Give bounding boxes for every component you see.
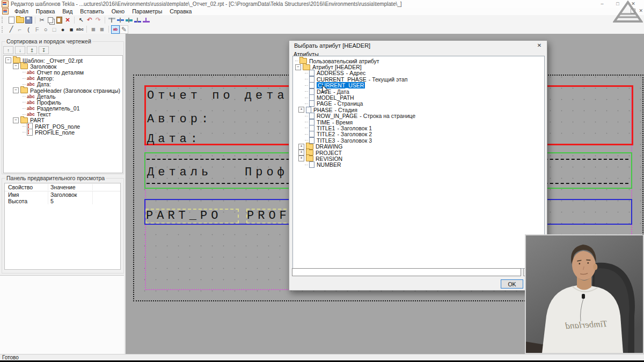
tree-item-time[interactable]: TIME - Время (293, 119, 544, 125)
tree-item-address[interactable]: ADDRESS - Адрес (293, 70, 544, 76)
menu-file[interactable]: Файл (11, 8, 32, 14)
tree-item-phase[interactable]: PHASE - Стадия (293, 107, 544, 113)
tree-item-drawing[interactable]: DRAWING (293, 143, 544, 149)
tree-item-project[interactable]: PROJECT (293, 150, 544, 156)
expand-toggle[interactable] (13, 87, 19, 93)
rectangle-tool-button[interactable]: □ (50, 25, 58, 33)
status-bar: Готово (0, 354, 644, 360)
tree-item-current-phase[interactable]: CURRENT_PHASE - Текущий этап (293, 76, 544, 82)
tree-item-author[interactable]: Автор: (4, 76, 122, 82)
canvas-profile-label[interactable]: Проф (245, 166, 288, 179)
move-bottom-button[interactable]: ↧ (39, 46, 49, 54)
tree-item-title2[interactable]: TITLE2 - Заголовок 2 (293, 131, 544, 137)
table-row[interactable]: Высота 5 (5, 198, 120, 204)
tree-item-title3[interactable]: TITLE3 - Заголовок 3 (293, 137, 544, 143)
toolbar-grip[interactable] (2, 26, 5, 33)
save-button[interactable] (24, 16, 33, 24)
cut-button[interactable]: ✂ (38, 16, 46, 24)
column-header-property[interactable]: Свойство (5, 184, 48, 190)
menu-view[interactable]: Вид (58, 8, 76, 14)
circle-tool-button[interactable]: ○ (41, 25, 50, 33)
redo-button[interactable]: ↷ (94, 16, 103, 24)
ok-button[interactable]: OK (501, 279, 523, 289)
select-tool-button[interactable]: ↖ (77, 16, 85, 24)
tree-item-date-attr[interactable]: DATE - Дата (293, 88, 544, 94)
rectangle-icon: □ (53, 26, 56, 33)
tree-item-profile[interactable]: Профиль (4, 99, 122, 105)
toolbar-grip[interactable] (2, 17, 5, 23)
canvas-part-field[interactable]: PART_PO (146, 210, 222, 223)
canvas-author-label[interactable]: Автор: (147, 113, 212, 126)
undo-button[interactable]: ↶ (85, 16, 94, 24)
dialog-title-bar[interactable]: Выбрать атрибут [HEADER] (289, 41, 552, 50)
align-bottom-button[interactable] (133, 16, 142, 24)
tree-item-profile-field[interactable]: PROFILE_поле (4, 129, 122, 135)
line-tool-button[interactable]: ╱ (7, 25, 16, 33)
tree-item-report-title[interactable]: Отчет по деталям (4, 69, 122, 75)
expand-toggle[interactable] (298, 150, 304, 156)
expand-toggle[interactable] (5, 57, 11, 63)
tree-item-revision[interactable]: REVISION (293, 156, 544, 161)
tree-item-part-pos-field[interactable]: PART_POS_поле (4, 123, 122, 129)
tree-item-page[interactable]: PAGE - Страница (293, 101, 544, 107)
paste-button[interactable] (55, 16, 63, 24)
align-center-button[interactable] (125, 16, 133, 24)
align-baseline-button[interactable] (142, 16, 150, 24)
delete-button[interactable]: ✕ (63, 16, 72, 24)
tree-item-detail[interactable]: Деталь (4, 93, 122, 99)
polyline-tool-button[interactable]: ⌐ (16, 25, 24, 33)
expand-toggle[interactable] (13, 63, 19, 69)
expand-toggle[interactable] (298, 107, 304, 113)
expand-toggle[interactable] (298, 144, 304, 150)
edit-formula-button[interactable]: ✎ (120, 25, 128, 33)
toolbar-draw: ╱ ⌐ ( F ○ □ ● ■ abc ■ ■ ab ✎ (0, 25, 644, 34)
tree-item-separator[interactable]: Разделитель_01 (4, 106, 122, 112)
expand-toggle[interactable] (298, 156, 304, 161)
menu-insert[interactable]: Вставить (76, 8, 108, 14)
text-tool-button[interactable]: abc (76, 25, 84, 33)
column-header-value[interactable]: Значение (48, 184, 93, 190)
dialog-close-button[interactable]: ✕ (535, 42, 544, 49)
tree-item-model-path[interactable]: MODEL_PATH (293, 94, 544, 100)
canvas-report-title[interactable]: Отчет по дета (147, 90, 288, 102)
canvas-date-label[interactable]: Дата: (147, 133, 201, 146)
align-top-button[interactable] (107, 16, 116, 24)
tree-item-row-in-page[interactable]: ROW_IN_PAGE - Строка на странице (293, 113, 544, 119)
document-icon (309, 131, 314, 137)
expand-toggle[interactable] (13, 117, 19, 123)
tree-item-current-user-selected[interactable]: CURRENT_USER (293, 83, 544, 88)
new-document-button[interactable] (7, 16, 16, 24)
copy-button[interactable] (46, 16, 55, 24)
filled-rectangle-tool-button[interactable]: ■ (67, 25, 76, 33)
tree-item-number[interactable]: NUMBER (293, 162, 544, 168)
canvas-detail-label[interactable]: Деталь (147, 166, 212, 179)
attribute-name-input[interactable] (292, 268, 521, 276)
move-down-button[interactable]: ↓ (15, 46, 25, 54)
tree-item-attribute-header[interactable]: Атрибут [HEADER] (293, 64, 544, 70)
menu-window[interactable]: Окно (108, 8, 128, 14)
tree-item-user-attribute[interactable]: Пользовательский атрибут (293, 58, 544, 64)
menu-options[interactable]: Параметры (128, 8, 166, 14)
menu-help[interactable]: Справка (166, 8, 195, 14)
gray-box-button-2[interactable]: ■ (98, 25, 106, 33)
open-button[interactable] (16, 16, 24, 24)
document-icon (309, 100, 314, 107)
flag-tool-button[interactable]: F (33, 25, 41, 33)
tree-item-pageheader[interactable]: PageHeader (Заголовок страницы) (4, 87, 122, 93)
align-middle-button[interactable] (116, 16, 125, 24)
table-row[interactable]: Имя Заголовок (5, 191, 120, 198)
filled-circle-tool-button[interactable]: ● (58, 25, 67, 33)
move-up-button[interactable]: ↑ (3, 46, 13, 54)
expand-toggle[interactable] (295, 64, 301, 70)
template-tree: Шаблон: _Отчет_02.rpt Заголовок Отчет по… (3, 55, 123, 173)
move-top-button[interactable]: ↥ (27, 46, 37, 54)
tree-item-header-section[interactable]: Заголовок (4, 63, 122, 69)
tree-item-title1[interactable]: TITLE1 - Заголовок 1 (293, 125, 544, 131)
tree-item-part[interactable]: PART (4, 117, 122, 123)
toolbar-standard: ✂ ✕ ↖ ↶ ↷ (0, 15, 644, 25)
minimize-button[interactable]: – (597, 1, 608, 6)
gray-box-button-1[interactable]: ■ (89, 25, 98, 33)
value-field-tool-button-active[interactable]: ab (111, 25, 120, 33)
menu-edit[interactable]: Правка (32, 8, 58, 14)
arc-tool-button[interactable]: ( (24, 25, 33, 33)
